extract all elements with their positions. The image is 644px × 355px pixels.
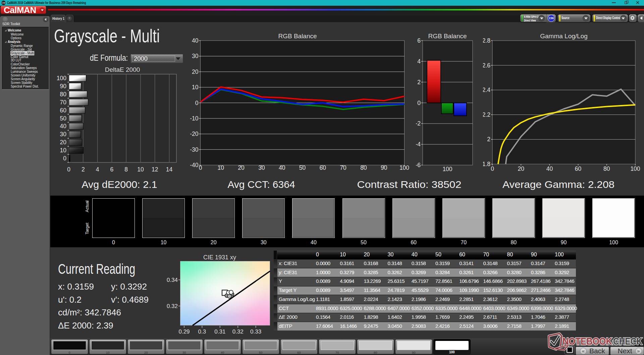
svg-text:40: 40 xyxy=(546,165,553,172)
svg-text:0: 0 xyxy=(417,100,421,106)
svg-text:0.32: 0.32 xyxy=(167,303,178,309)
svg-text:20: 20 xyxy=(518,165,524,172)
svg-text:20: 20 xyxy=(60,139,67,146)
svg-text:Gamma Log/Log: Gamma Log/Log xyxy=(540,33,588,40)
svg-text:NOTEBOOK: NOTEBOOK xyxy=(562,336,612,347)
svg-text:100: 100 xyxy=(630,165,640,172)
svg-text:2.8: 2.8 xyxy=(483,37,490,44)
svg-text:DeltaE 2000: DeltaE 2000 xyxy=(105,66,140,73)
svg-text:CHECK: CHECK xyxy=(613,336,642,347)
svg-text:6: 6 xyxy=(110,166,114,173)
svg-text:0: 0 xyxy=(491,165,494,172)
svg-text:90: 90 xyxy=(60,83,67,90)
svg-text:40: 40 xyxy=(192,37,199,44)
svg-text:14: 14 xyxy=(166,166,173,173)
svg-text:RGB Balance: RGB Balance xyxy=(428,33,467,40)
svg-text:40: 40 xyxy=(60,123,67,130)
svg-text:-30: -30 xyxy=(190,146,199,153)
svg-text:-20: -20 xyxy=(190,131,199,137)
svg-text:RGB Balance: RGB Balance xyxy=(278,33,317,40)
svg-text:30: 30 xyxy=(192,53,199,59)
svg-text:-10: -10 xyxy=(190,115,199,122)
svg-text:2: 2 xyxy=(82,166,85,173)
svg-text:0.31: 0.31 xyxy=(214,328,225,335)
svg-text:0.32: 0.32 xyxy=(232,328,244,335)
svg-text:2.2: 2.2 xyxy=(483,111,490,118)
svg-text:-40: -40 xyxy=(190,162,199,168)
svg-text:0: 0 xyxy=(67,166,70,173)
svg-text:2: 2 xyxy=(487,136,490,143)
svg-text:0: 0 xyxy=(63,155,66,162)
svg-text:80: 80 xyxy=(603,165,610,172)
svg-text:0.33: 0.33 xyxy=(250,328,261,335)
svg-text:20: 20 xyxy=(192,68,199,75)
svg-text:6: 6 xyxy=(417,37,421,44)
svg-text:-2: -2 xyxy=(416,120,421,127)
svg-text:60: 60 xyxy=(60,107,67,114)
svg-text:100: 100 xyxy=(442,166,452,172)
svg-text:8: 8 xyxy=(124,166,128,173)
svg-text:10: 10 xyxy=(192,84,199,91)
svg-text:10: 10 xyxy=(60,147,67,154)
svg-text:4: 4 xyxy=(96,166,99,173)
svg-text:-4: -4 xyxy=(416,141,421,148)
svg-text:10: 10 xyxy=(137,166,144,173)
svg-text:70: 70 xyxy=(60,99,67,106)
svg-text:-6: -6 xyxy=(416,162,421,168)
svg-text:100: 100 xyxy=(57,75,66,82)
svg-text:50: 50 xyxy=(60,115,67,122)
svg-text:0.3: 0.3 xyxy=(198,328,206,335)
svg-text:1.8: 1.8 xyxy=(483,161,490,167)
svg-text:2.6: 2.6 xyxy=(483,62,490,69)
svg-text:12: 12 xyxy=(152,166,158,173)
svg-text:0: 0 xyxy=(195,100,199,106)
svg-text:2.4: 2.4 xyxy=(483,87,490,93)
svg-text:60: 60 xyxy=(575,165,582,172)
svg-text:2: 2 xyxy=(417,79,421,86)
svg-text:30: 30 xyxy=(60,131,67,138)
svg-text:0.34: 0.34 xyxy=(167,277,178,283)
svg-text:4: 4 xyxy=(417,58,421,65)
svg-text:0.29: 0.29 xyxy=(178,328,190,335)
svg-text:80: 80 xyxy=(60,91,67,98)
